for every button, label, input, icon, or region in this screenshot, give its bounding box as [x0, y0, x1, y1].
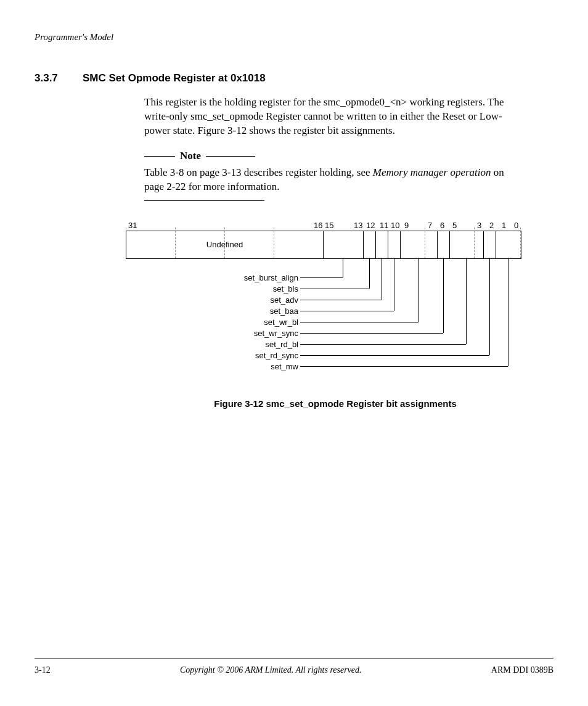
- field-label: set_rd_sync: [187, 351, 298, 360]
- section-title: SMC Set Opmode Register at 0x1018: [83, 72, 266, 84]
- callout-line: [343, 258, 343, 277]
- field-label: set_wr_bl: [187, 318, 298, 327]
- bit-labels: 31 16 15 13 12 11 10 9 7 6 5 3 2 1 0: [126, 221, 551, 231]
- callout-line: [300, 311, 394, 311]
- bit-label: 3: [477, 221, 481, 230]
- callout-line: [300, 355, 489, 356]
- bit-label: 1: [502, 221, 506, 230]
- reg-field: [450, 231, 484, 258]
- callout-line: [489, 258, 490, 355]
- callout-line: [369, 258, 370, 289]
- callout-line: [394, 258, 394, 311]
- note-rule-right: [206, 156, 255, 157]
- reg-field: [376, 231, 388, 258]
- running-header: Programmer's Model: [35, 32, 553, 43]
- field-label: set_burst_align: [187, 273, 298, 282]
- reg-field: [438, 231, 450, 258]
- callout-line: [382, 258, 382, 300]
- bit-label: 5: [452, 221, 457, 230]
- bit-label: 0: [514, 221, 518, 230]
- callout-line: [300, 277, 343, 278]
- callout-line: [443, 258, 444, 333]
- footer-rule: [35, 659, 553, 659]
- bit-label: 7: [428, 221, 432, 230]
- note-rule-left: [144, 156, 175, 157]
- bit-label: 31: [128, 221, 137, 230]
- note-text-pre: Table 3-8 on page 3-13 describes registe…: [144, 166, 373, 178]
- register-diagram: 31 16 15 13 12 11 10 9 7 6 5 3 2 1 0 Und…: [126, 221, 551, 387]
- callout-line: [466, 258, 467, 344]
- footer-doc-id: ARM DDI 0389B: [491, 665, 553, 675]
- reg-field: [401, 231, 438, 258]
- bit-label: 15: [325, 221, 333, 230]
- figure-caption: Figure 3-12 smc_set_opmode Register bit …: [144, 398, 526, 409]
- bit-label: 12: [366, 221, 375, 230]
- field-label: set_rd_bl: [187, 340, 298, 349]
- bit-label: 13: [354, 221, 362, 230]
- callout-line: [300, 322, 419, 322]
- reg-field-undefined: Undefined: [126, 231, 324, 258]
- callout-line: [300, 333, 443, 334]
- reg-field: [484, 231, 496, 258]
- footer-page-number: 3-12: [35, 665, 51, 675]
- reg-field: [364, 231, 376, 258]
- field-label: set_mw: [187, 362, 298, 371]
- note-header: Note: [144, 149, 526, 163]
- note-text-em: Memory manager operation: [373, 166, 491, 178]
- bit-label: 2: [489, 221, 494, 230]
- paragraph: This register is the holding register fo…: [144, 96, 526, 138]
- bit-label: 6: [440, 221, 444, 230]
- section-number: 3.3.7: [35, 72, 83, 84]
- body-column: This register is the holding register fo…: [144, 96, 526, 201]
- callout-line: [300, 289, 369, 289]
- section-heading: 3.3.7 SMC Set Opmode Register at 0x1018: [35, 72, 553, 84]
- note-end-rule: [144, 200, 264, 201]
- reg-field: [496, 231, 521, 258]
- callout-line: [300, 366, 508, 367]
- page: Programmer's Model 3.3.7 SMC Set Opmode …: [0, 0, 588, 706]
- callout-line: [419, 258, 419, 322]
- bit-label: 11: [380, 221, 388, 230]
- footer-copyright: Copyright © 2006 ARM Limited. All rights…: [180, 665, 362, 675]
- note-label: Note: [180, 149, 201, 163]
- callout-line: [300, 344, 466, 345]
- page-footer: 3-12 Copyright © 2006 ARM Limited. All r…: [35, 659, 553, 675]
- note-body: Table 3-8 on page 3-13 describes registe…: [144, 166, 526, 194]
- callout-line: [508, 258, 508, 366]
- reg-field: [388, 231, 401, 258]
- bit-label: 16: [314, 221, 322, 230]
- register-box: Undefined: [126, 231, 521, 259]
- field-label: set_wr_sync: [187, 329, 298, 338]
- reg-field: [324, 231, 364, 258]
- field-label: set_baa: [187, 306, 298, 316]
- field-label: set_bls: [187, 284, 298, 293]
- bit-label: 9: [404, 221, 409, 230]
- callout-line: [300, 300, 382, 300]
- bit-label: 10: [391, 221, 399, 230]
- field-label: set_adv: [187, 295, 298, 305]
